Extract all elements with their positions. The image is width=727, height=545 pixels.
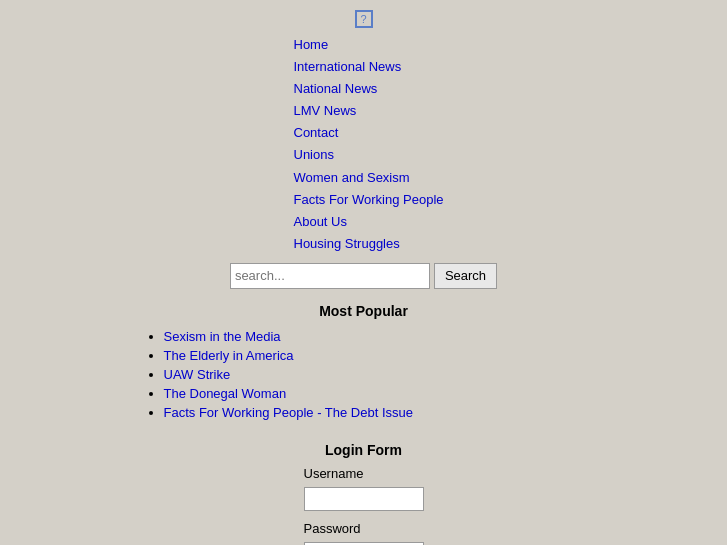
password-label: Password (304, 521, 361, 536)
search-button[interactable]: Search (434, 263, 497, 289)
nav-link[interactable]: About Us (294, 211, 347, 233)
nav-link[interactable]: National News (294, 78, 378, 100)
nav-link[interactable]: Facts For Working People (294, 189, 444, 211)
search-input[interactable] (230, 263, 430, 289)
nav-link[interactable]: Contact (294, 122, 339, 144)
login-section: Login Form Username Password Remember me… (134, 442, 594, 545)
popular-link[interactable]: Facts For Working People - The Debt Issu… (164, 405, 414, 420)
question-icon: ? (355, 10, 373, 28)
list-item: UAW Strike (164, 367, 584, 382)
popular-list: Sexism in the MediaThe Elderly in Americ… (134, 329, 594, 424)
nav-link[interactable]: Unions (294, 144, 334, 166)
list-item: The Donegal Woman (164, 386, 584, 401)
most-popular-title: Most Popular (319, 303, 408, 319)
username-label: Username (304, 466, 364, 481)
list-item: Sexism in the Media (164, 329, 584, 344)
nav-link[interactable]: Women and Sexism (294, 167, 410, 189)
popular-link[interactable]: The Elderly in America (164, 348, 294, 363)
popular-link[interactable]: Sexism in the Media (164, 329, 281, 344)
nav-link[interactable]: Home (294, 34, 329, 56)
login-form-title: Login Form (325, 442, 402, 458)
list-item: The Elderly in America (164, 348, 584, 363)
nav-link[interactable]: International News (294, 56, 402, 78)
username-input[interactable] (304, 487, 424, 511)
main-navigation: HomeInternational NewsNational NewsLMV N… (134, 34, 594, 255)
popular-link[interactable]: The Donegal Woman (164, 386, 287, 401)
nav-link[interactable]: Housing Struggles (294, 233, 400, 255)
login-form: Username Password Remember me Login Pass… (304, 466, 424, 545)
list-item: Facts For Working People - The Debt Issu… (164, 405, 584, 420)
nav-link[interactable]: LMV News (294, 100, 357, 122)
popular-link[interactable]: UAW Strike (164, 367, 231, 382)
